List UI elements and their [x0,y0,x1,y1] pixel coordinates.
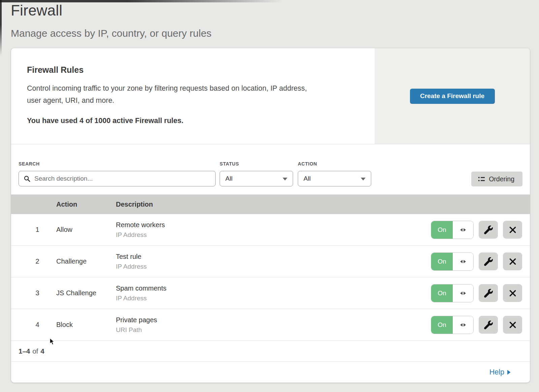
arrow-left-icon [460,292,463,295]
rule-enabled-toggle[interactable]: On [431,221,474,239]
table-row: 2 Challenge Test rule IP Address On [11,246,530,277]
intro-description: Control incoming traffic to your zone by… [27,82,354,107]
toggle-on-label: On [431,221,453,239]
rule-match-field: IP Address [116,295,419,302]
rule-match-field: IP Address [116,231,419,239]
edit-rule-button[interactable] [479,284,498,302]
action-select-value: All [304,175,311,182]
rule-controls: On [419,284,530,302]
pagination-of: of [30,347,40,355]
arrow-right-icon [464,260,466,263]
rule-match-field: IP Address [116,263,419,270]
table-row: 3 JS Challenge Spam comments IP Address … [11,277,530,309]
action-select[interactable]: All [298,171,371,186]
table-row: 4 Block Private pages URI Path On [11,309,530,341]
wrench-icon [484,321,493,329]
wrench-icon [484,257,493,266]
table-header: Action Description [11,194,530,214]
rule-enabled-toggle[interactable]: On [431,284,474,302]
rule-action: Challenge [56,258,116,265]
pagination-total: 4 [40,347,44,355]
rule-controls: On [419,252,530,271]
rule-priority: 2 [11,258,56,265]
rule-description: Test rule [116,253,419,261]
arrow-left-icon [460,323,463,327]
rule-enabled-toggle[interactable]: On [431,316,474,334]
delete-rule-button[interactable] [503,316,522,334]
search-input[interactable] [19,171,216,186]
intro-description-line2: user agent, URI, and more. [27,94,354,107]
edit-rule-button[interactable] [479,316,498,334]
toggle-handle[interactable] [453,253,473,270]
toggle-on-label: On [431,253,453,270]
delete-rule-button[interactable] [503,252,522,270]
rule-action: Block [56,321,116,329]
help-link-label: Help [489,368,504,376]
close-icon [509,289,517,297]
intro-section: Firewall Rules Control incoming traffic … [11,48,530,144]
page-title: Firewall [11,2,212,19]
arrow-right-icon [464,323,466,327]
toggle-handle[interactable] [453,221,473,239]
page-subtitle: Manage access by IP, country, or query r… [11,28,212,39]
column-header-description: Description [116,201,419,208]
rule-priority: 3 [11,289,56,297]
rule-action: Allow [56,226,116,234]
search-label: SEARCH [19,161,216,167]
status-label: STATUS [220,161,293,167]
close-icon [509,258,517,266]
search-icon [24,175,31,182]
rule-description: Spam comments [116,284,419,292]
pagination-range: 1–4 [19,347,30,355]
delete-rule-button[interactable] [503,221,522,239]
intro-text-block: Firewall Rules Control incoming traffic … [11,48,375,144]
edit-rule-button[interactable] [479,221,498,239]
help-link[interactable]: Help [489,368,511,376]
ordering-button[interactable]: Ordering [471,172,522,186]
toggle-handle[interactable] [453,284,473,302]
ordering-button-label: Ordering [489,175,514,183]
toggle-on-label: On [431,284,453,302]
arrow-left-icon [460,260,463,263]
arrow-right-icon [464,228,466,232]
rule-description-cell: Spam comments IP Address [116,284,419,302]
rule-description-cell: Test rule IP Address [116,253,419,270]
rule-controls: On [419,221,530,239]
arrow-right-icon [464,292,466,295]
chevron-down-icon [283,178,287,181]
rules-table-body: 1 Allow Remote workers IP Address On [11,214,530,341]
arrow-left-icon [460,228,463,232]
status-select[interactable]: All [220,171,293,186]
rule-description-cell: Private pages URI Path [116,316,419,334]
chevron-down-icon [361,178,366,181]
rule-description: Remote workers [116,221,419,229]
intro-description-line1: Control incoming traffic to your zone by… [27,82,354,94]
rule-enabled-toggle[interactable]: On [431,252,474,271]
rule-priority: 1 [11,226,56,234]
delete-rule-button[interactable] [503,284,522,302]
rule-controls: On [419,316,530,334]
toggle-on-label: On [431,316,453,334]
ordered-list-icon [478,176,485,182]
table-row: 1 Allow Remote workers IP Address On [11,214,530,246]
rule-action: JS Challenge [56,289,116,297]
pagination: 1–4of4 [11,341,530,362]
rules-usage-text: You have used 4 of 1000 active Firewall … [27,117,354,125]
close-icon [509,226,517,234]
intro-heading: Firewall Rules [27,65,354,75]
wrench-icon [484,225,493,234]
page-header: Firewall Manage access by IP, country, o… [11,2,212,39]
firewall-rules-card: Firewall Rules Control incoming traffic … [11,48,530,383]
create-firewall-rule-button[interactable]: Create a Firewall rule [410,89,495,104]
edit-rule-button[interactable] [479,252,498,270]
intro-action-panel: Create a Firewall rule [375,48,530,144]
status-select-value: All [225,175,232,182]
wrench-icon [484,289,493,298]
action-label: ACTION [298,161,371,167]
filter-bar: SEARCH STATUS All ACTION All [11,144,530,194]
toggle-handle[interactable] [453,316,473,334]
column-header-action: Action [56,201,116,208]
rule-priority: 4 [11,321,56,329]
rule-description: Private pages [116,316,419,324]
rule-match-field: URI Path [116,326,419,334]
